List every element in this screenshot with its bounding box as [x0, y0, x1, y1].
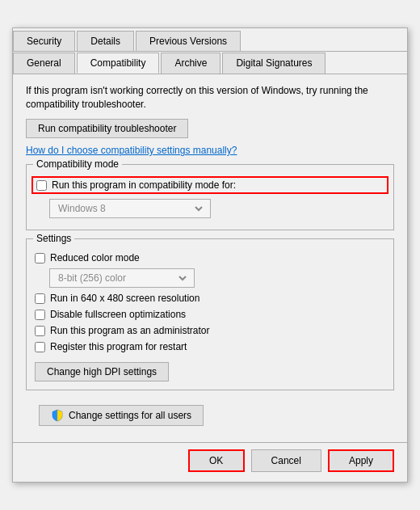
bottom-tab-bar: General Compatibility Archive Digital Si…	[13, 52, 407, 74]
tab-details[interactable]: Details	[77, 31, 134, 51]
troubleshooter-button[interactable]: Run compatibility troubleshooter	[26, 119, 188, 138]
resolution-row: Run in 640 x 480 screen resolution	[35, 293, 385, 304]
settings-content: Reduced color mode 8-bit (256) color 16-…	[35, 252, 385, 381]
restart-label: Register this program for restart	[50, 341, 187, 352]
cancel-button[interactable]: Cancel	[251, 449, 321, 472]
compatibility-checkbox-row: Run this program in compatibility mode f…	[32, 176, 388, 194]
change-settings-label: Change settings for all users	[69, 410, 191, 421]
tab-content: If this program isn't working correctly …	[13, 74, 407, 443]
fullscreen-row: Disable fullscreen optimizations	[35, 309, 385, 320]
reduced-color-checkbox[interactable]	[35, 253, 45, 263]
reduced-color-row: Reduced color mode	[35, 252, 385, 263]
settings-group: Settings Reduced color mode 8-bit (256) …	[26, 238, 394, 390]
color-select-wrapper[interactable]: 8-bit (256) color 16-bit color	[49, 268, 195, 288]
top-tab-bar: Security Details Previous Versions	[13, 28, 407, 52]
compatibility-mode-label: Compatibility mode	[33, 158, 122, 170]
reduced-color-label: Reduced color mode	[50, 252, 140, 263]
resolution-label: Run in 640 x 480 screen resolution	[50, 293, 200, 304]
description-text: If this program isn't working correctly …	[26, 84, 394, 112]
color-select[interactable]: 8-bit (256) color 16-bit color	[55, 272, 189, 285]
tab-archive[interactable]: Archive	[161, 53, 220, 74]
tab-previous-versions[interactable]: Previous Versions	[136, 31, 241, 51]
compatibility-mode-group: Compatibility mode Run this program in c…	[26, 164, 394, 230]
apply-button[interactable]: Apply	[328, 449, 394, 472]
change-settings-bar: Change settings for all users	[26, 398, 394, 432]
tab-digital-signatures[interactable]: Digital Signatures	[222, 53, 326, 74]
restart-checkbox[interactable]	[35, 342, 45, 352]
tab-compatibility[interactable]: Compatibility	[77, 53, 160, 74]
compatibility-checkbox-label: Run this program in compatibility mode f…	[52, 179, 236, 191]
compatibility-checkbox[interactable]	[36, 180, 47, 191]
admin-row: Run this program as an administrator	[35, 325, 385, 336]
restart-row: Register this program for restart	[35, 341, 385, 352]
fullscreen-checkbox[interactable]	[35, 310, 45, 320]
dpi-settings-button[interactable]: Change high DPI settings	[35, 362, 169, 381]
resolution-checkbox[interactable]	[35, 293, 45, 304]
tab-security[interactable]: Security	[13, 31, 75, 51]
shield-icon	[51, 409, 64, 422]
fullscreen-label: Disable fullscreen optimizations	[50, 309, 186, 320]
change-settings-button[interactable]: Change settings for all users	[39, 405, 204, 426]
windows-version-select[interactable]: Windows 8 Windows 7 Windows Vista Window…	[55, 202, 205, 215]
dialog-buttons: OK Cancel Apply	[13, 442, 407, 482]
settings-group-label: Settings	[33, 233, 74, 244]
admin-checkbox[interactable]	[35, 326, 45, 336]
ok-button[interactable]: OK	[188, 449, 245, 472]
help-link[interactable]: How do I choose compatibility settings m…	[26, 145, 394, 156]
admin-label: Run this program as an administrator	[50, 325, 209, 336]
tab-general[interactable]: General	[13, 53, 75, 74]
windows-version-select-wrapper[interactable]: Windows 8 Windows 7 Windows Vista Window…	[49, 199, 211, 218]
properties-window: Security Details Previous Versions Gener…	[12, 27, 408, 483]
compatibility-mode-content: Run this program in compatibility mode f…	[35, 176, 385, 218]
